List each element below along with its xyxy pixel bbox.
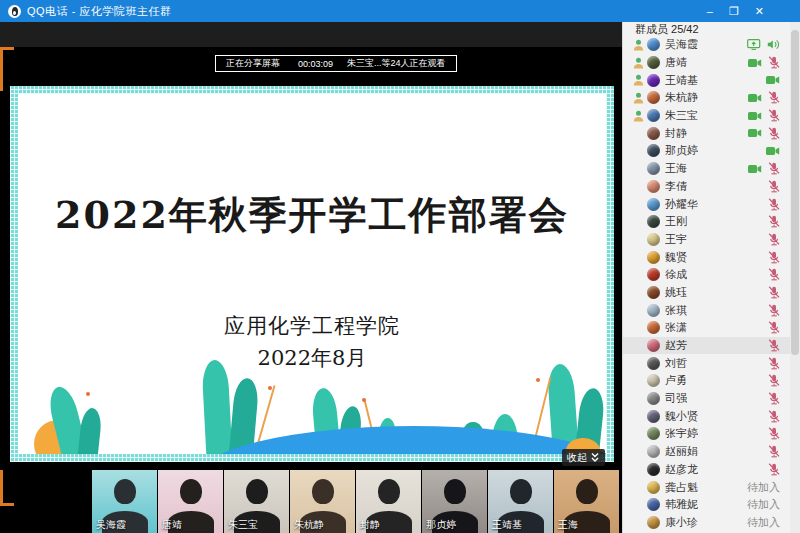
mic-muted-icon: [768, 286, 780, 299]
slide-org: 应用化学工程学院: [18, 312, 606, 340]
member-name: 韩雅妮: [665, 497, 698, 512]
mic-muted-icon: [768, 410, 780, 423]
badge-slot-empty: [633, 127, 647, 139]
restore-button[interactable]: ❐: [729, 0, 739, 22]
avatar: [647, 198, 660, 211]
chevron-double-down-icon: [590, 452, 600, 463]
member-row[interactable]: 赵彦龙: [623, 461, 800, 479]
member-status: [748, 162, 788, 175]
video-thumbnail[interactable]: 那贞婷: [422, 470, 487, 533]
mic-muted-icon: [768, 445, 780, 458]
member-row[interactable]: 王刚: [623, 213, 800, 231]
participant-silhouette: [114, 479, 136, 504]
slide-date: 2022年8月: [18, 344, 606, 372]
video-thumbnail[interactable]: 唐靖: [158, 470, 223, 533]
video-thumbnail[interactable]: 封静: [356, 470, 421, 533]
badge-slot-empty: [633, 375, 647, 387]
member-name: 赵丽娟: [665, 444, 698, 459]
participant-silhouette: [312, 479, 334, 504]
member-name: 王海: [665, 161, 687, 176]
mic-muted-icon: [768, 198, 780, 211]
video-thumbnail[interactable]: 朱三宝: [224, 470, 289, 533]
avatar: [647, 144, 660, 157]
speaker-icon: [767, 39, 780, 50]
share-timer: 00:03:09: [298, 59, 333, 69]
member-row[interactable]: 司强: [623, 390, 800, 408]
member-row[interactable]: 那贞婷: [623, 142, 800, 160]
member-row[interactable]: 王靖基: [623, 71, 800, 89]
member-row[interactable]: 魏贤: [623, 248, 800, 266]
camera-icon: [766, 75, 780, 85]
mic-muted-icon: [768, 427, 780, 440]
member-name: 康小珍: [665, 515, 698, 530]
member-row[interactable]: 李倩: [623, 178, 800, 196]
member-row[interactable]: 张琪: [623, 301, 800, 319]
video-thumbnail[interactable]: 吴海霞: [92, 470, 157, 533]
member-name: 朱三宝: [665, 108, 698, 123]
member-row[interactable]: 魏小贤: [623, 407, 800, 425]
person-badge-icon: [633, 92, 644, 104]
collapse-button[interactable]: 收起: [562, 449, 605, 466]
member-name: 王刚: [665, 214, 687, 229]
video-thumbnail[interactable]: 朱杭静: [290, 470, 355, 533]
close-button[interactable]: ✕: [755, 0, 764, 22]
member-row[interactable]: 封静: [623, 124, 800, 142]
avatar: [647, 321, 660, 334]
participant-silhouette: [246, 479, 268, 504]
member-status: [768, 463, 788, 476]
member-row[interactable]: 张宇婷: [623, 425, 800, 443]
participant-name: 唐靖: [162, 518, 182, 532]
slide-title: 2022年秋季开学工作部署会: [18, 190, 606, 241]
participant-silhouette: [510, 479, 532, 504]
member-name: 徐成: [665, 267, 687, 282]
video-thumbnail[interactable]: 王海: [554, 470, 619, 533]
badge-slot-empty: [633, 357, 647, 369]
pending-label: 待加入: [747, 515, 780, 530]
member-row[interactable]: 孙耀华: [623, 195, 800, 213]
person-badge-icon: [633, 39, 644, 51]
member-row[interactable]: 王海: [623, 160, 800, 178]
badge-slot-empty: [633, 269, 647, 281]
member-status: [768, 286, 788, 299]
mic-muted-icon: [768, 339, 780, 352]
person-badge: [633, 110, 647, 122]
avatar: [647, 392, 660, 405]
member-row[interactable]: 康小珍待加入: [623, 514, 800, 532]
minimize-button[interactable]: –: [707, 0, 713, 22]
member-row[interactable]: 卢勇: [623, 372, 800, 390]
member-row[interactable]: 张潇: [623, 319, 800, 337]
badge-slot-empty: [633, 198, 647, 210]
member-row[interactable]: 徐成: [623, 266, 800, 284]
member-row[interactable]: 刘哲: [623, 354, 800, 372]
member-name: 刘哲: [665, 356, 687, 371]
scrollbar-thumb[interactable]: [791, 30, 799, 355]
member-name: 王宇: [665, 232, 687, 247]
member-status: [768, 215, 788, 228]
video-thumbnail[interactable]: 王靖基: [488, 470, 553, 533]
member-status: [766, 75, 788, 85]
member-status: [766, 146, 788, 156]
badge-slot-empty: [633, 410, 647, 422]
member-row[interactable]: 赵芳: [623, 337, 800, 355]
member-name: 封静: [665, 126, 687, 141]
member-row[interactable]: 朱三宝: [623, 107, 800, 125]
member-row[interactable]: 唐靖: [623, 54, 800, 72]
member-row[interactable]: 龚占魁待加入: [623, 478, 800, 496]
member-row[interactable]: 赵丽娟: [623, 443, 800, 461]
member-row[interactable]: 吴海霞: [623, 36, 800, 54]
avatar: [647, 304, 660, 317]
mic-muted-icon: [768, 374, 780, 387]
member-row[interactable]: 姚珏: [623, 284, 800, 302]
member-row[interactable]: 王宇: [623, 231, 800, 249]
participant-name: 那贞婷: [426, 518, 456, 532]
scrollbar[interactable]: [790, 22, 800, 533]
mic-muted-icon: [768, 392, 780, 405]
participant-silhouette: [378, 479, 400, 504]
member-sidebar: 群成员 25/42 吴海霞唐靖王靖基朱杭静朱三宝封静那贞婷王海李倩孙耀华王刚王宇…: [622, 22, 800, 533]
member-row[interactable]: 朱杭静: [623, 89, 800, 107]
member-row[interactable]: 韩雅妮待加入: [623, 496, 800, 514]
member-name: 赵芳: [665, 338, 687, 353]
member-status: [768, 410, 788, 423]
mic-muted-icon: [768, 56, 780, 69]
mic-muted-icon: [768, 268, 780, 281]
